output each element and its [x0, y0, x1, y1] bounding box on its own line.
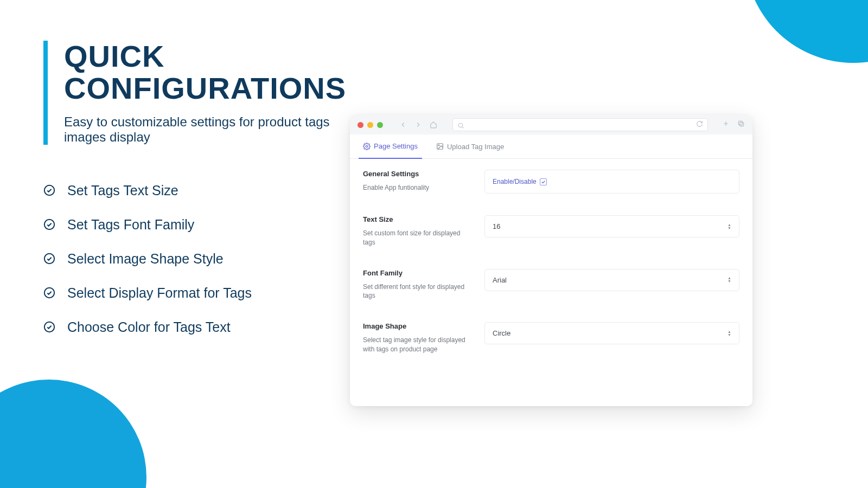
maximize-window-icon[interactable] — [377, 122, 383, 128]
refresh-icon[interactable] — [696, 120, 703, 130]
nav-group — [398, 120, 438, 130]
tab-upload-tag-image[interactable]: Upload Tag Image — [432, 134, 508, 158]
number-stepper[interactable]: ▲ ▼ — [727, 223, 731, 230]
setting-desc: Set custom font size for displayed tags — [363, 229, 471, 247]
enable-checkbox[interactable] — [540, 178, 547, 185]
setting-control-col: Arial ▲ ▼ — [484, 269, 739, 301]
image-icon — [436, 143, 444, 150]
tab-label: Upload Tag Image — [447, 143, 504, 151]
back-icon[interactable] — [398, 120, 408, 130]
select-arrows[interactable]: ▲ ▼ — [727, 330, 731, 337]
url-bar[interactable] — [452, 118, 708, 131]
setting-label-col: General Settings Enable App funtionality — [363, 170, 471, 194]
copy-icon[interactable] — [737, 120, 745, 130]
hero-section: QUICK CONFIGURATIONS Easy to customizabl… — [43, 41, 347, 354]
image-shape-value: Circle — [493, 329, 510, 337]
check-icon — [541, 179, 546, 184]
feature-item: Set Tags Text Size — [43, 183, 347, 198]
browser-content: Page Settings Upload Tag Image General S… — [350, 134, 752, 354]
feature-item: Set Tags Font Family — [43, 217, 347, 233]
setting-font-family: Font Family Set different font style for… — [363, 269, 739, 301]
decorative-blob-top — [743, 0, 868, 72]
setting-control-col: Enable/Disable — [484, 170, 739, 194]
new-tab-icon[interactable] — [722, 120, 730, 130]
forward-icon[interactable] — [413, 120, 423, 130]
setting-label-col: Text Size Set custom font size for displ… — [363, 215, 471, 247]
feature-list: Set Tags Text Size Set Tags Font Family … — [43, 183, 347, 335]
setting-title: General Settings — [363, 170, 471, 178]
setting-general: General Settings Enable App funtionality… — [363, 170, 739, 194]
setting-title: Image Shape — [363, 322, 471, 330]
enable-label: Enable/Disable — [493, 178, 537, 185]
feature-text: Choose Color for Tags Text — [67, 319, 231, 335]
svg-point-5 — [458, 123, 463, 127]
page-subtitle: Easy to customizable settings for produc… — [64, 114, 347, 145]
feature-text: Set Tags Font Family — [67, 217, 194, 233]
check-circle-icon — [43, 253, 55, 265]
check-circle-icon — [43, 184, 55, 196]
setting-control-col: Circle ▲ ▼ — [484, 322, 739, 354]
svg-rect-7 — [738, 121, 742, 125]
text-size-input[interactable]: 16 ▲ ▼ — [484, 215, 739, 237]
chevron-down-icon[interactable]: ▼ — [727, 280, 731, 283]
feature-item: Select Display Format for Tags — [43, 285, 347, 301]
check-circle-icon — [43, 287, 55, 299]
select-arrows[interactable]: ▲ ▼ — [727, 277, 731, 283]
feature-text: Select Image Shape Style — [67, 251, 224, 267]
svg-point-8 — [366, 145, 368, 147]
feature-item: Choose Color for Tags Text — [43, 319, 347, 335]
setting-title: Font Family — [363, 269, 471, 277]
tab-page-settings[interactable]: Page Settings — [359, 134, 422, 159]
svg-point-10 — [438, 145, 439, 146]
setting-image-shape: Image Shape Select tag image style for d… — [363, 322, 739, 354]
setting-title: Text Size — [363, 215, 471, 223]
feature-text: Set Tags Text Size — [67, 183, 178, 198]
gear-icon — [363, 143, 371, 150]
check-circle-icon — [43, 321, 55, 333]
chevron-down-icon[interactable]: ▼ — [727, 227, 731, 230]
search-icon — [457, 121, 464, 129]
page-title: QUICK CONFIGURATIONS — [64, 41, 347, 105]
setting-desc: Set different font style for displayed t… — [363, 282, 471, 301]
browser-window: Page Settings Upload Tag Image General S… — [350, 115, 752, 406]
setting-label-col: Font Family Set different font style for… — [363, 269, 471, 301]
close-window-icon[interactable] — [358, 122, 363, 128]
decorative-blob-bottom — [0, 380, 146, 488]
setting-text-size: Text Size Set custom font size for displ… — [363, 215, 739, 247]
setting-desc: Select tag image style for displayed wit… — [363, 336, 471, 354]
setting-label-col: Image Shape Select tag image style for d… — [363, 322, 471, 354]
image-shape-select[interactable]: Circle ▲ ▼ — [484, 322, 739, 344]
font-family-select[interactable]: Arial ▲ ▼ — [484, 269, 739, 291]
setting-desc: Enable App funtionality — [363, 183, 471, 192]
heading-wrap: QUICK CONFIGURATIONS Easy to customizabl… — [43, 41, 347, 145]
enable-disable-control: Enable/Disable — [484, 170, 739, 194]
svg-rect-6 — [740, 123, 744, 126]
font-family-value: Arial — [493, 276, 507, 284]
minimize-window-icon[interactable] — [367, 122, 373, 128]
enable-row: Enable/Disable — [493, 178, 731, 185]
check-circle-icon — [43, 219, 55, 230]
tab-label: Page Settings — [374, 142, 418, 150]
text-size-value: 16 — [493, 222, 500, 230]
settings-body: General Settings Enable App funtionality… — [350, 159, 752, 354]
toolbar-right-icons — [722, 120, 745, 130]
browser-toolbar — [350, 115, 752, 134]
feature-item: Select Image Shape Style — [43, 251, 347, 267]
setting-control-col: 16 ▲ ▼ — [484, 215, 739, 247]
chevron-down-icon[interactable]: ▼ — [727, 333, 731, 337]
traffic-lights — [358, 122, 383, 128]
feature-text: Select Display Format for Tags — [67, 285, 252, 301]
home-icon[interactable] — [429, 120, 438, 130]
tabs: Page Settings Upload Tag Image — [350, 134, 752, 159]
